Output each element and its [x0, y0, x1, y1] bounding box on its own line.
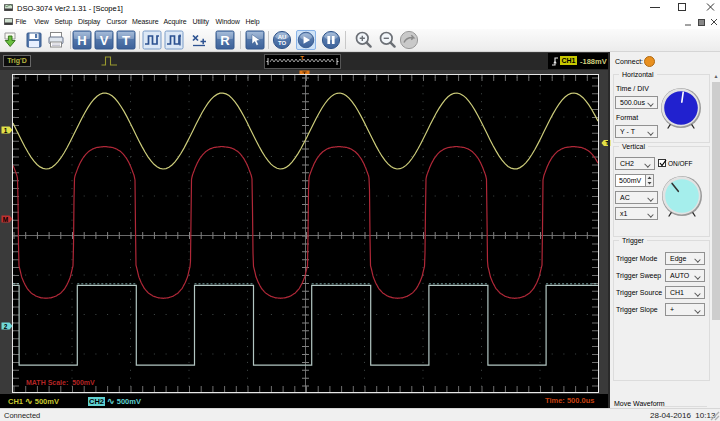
- svg-text:V: V: [100, 33, 109, 48]
- svg-text:1: 1: [4, 126, 8, 133]
- svg-text:AU: AU: [277, 34, 286, 40]
- svg-text:H: H: [78, 33, 87, 48]
- svg-text:TO: TO: [277, 40, 286, 46]
- svg-text:T: T: [122, 33, 130, 48]
- svg-text:T: T: [300, 55, 304, 61]
- svg-text:MATH Scale: 500mV: MATH Scale: 500mV: [26, 379, 95, 386]
- svg-text:2: 2: [4, 323, 8, 330]
- svg-text:M: M: [3, 216, 8, 223]
- svg-text:R: R: [221, 33, 231, 48]
